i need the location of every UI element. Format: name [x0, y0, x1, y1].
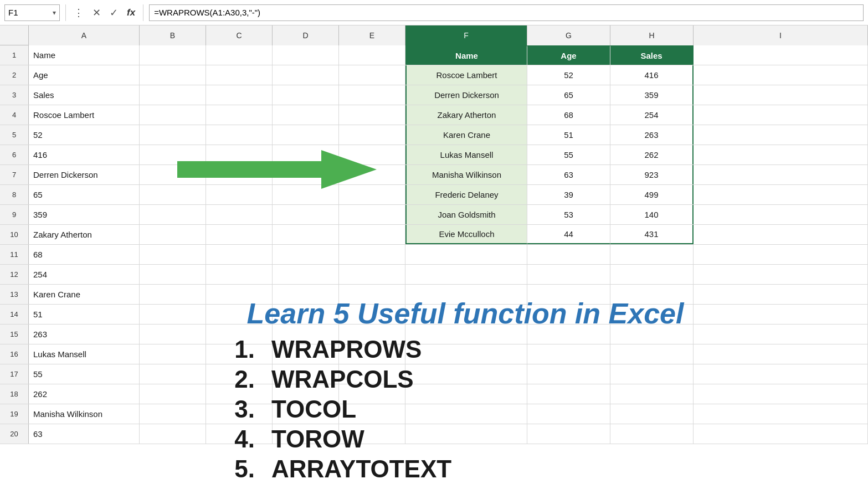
cell-G4[interactable]: 68: [527, 105, 610, 125]
cell-F1[interactable]: Name: [405, 45, 527, 65]
cell-A2[interactable]: Age: [29, 65, 140, 85]
cell-B7[interactable]: [140, 165, 206, 184]
cell-G20[interactable]: [527, 424, 610, 444]
col-header-G[interactable]: G: [527, 25, 610, 45]
cell-E16[interactable]: [339, 344, 405, 364]
cell-I8[interactable]: [694, 185, 868, 204]
cell-A20[interactable]: 63: [29, 424, 140, 444]
cell-F14[interactable]: [405, 305, 527, 324]
cell-C2[interactable]: [206, 65, 273, 85]
cell-C4[interactable]: [206, 105, 273, 125]
cell-A4[interactable]: Roscoe Lambert: [29, 105, 140, 125]
col-header-B[interactable]: B: [140, 25, 206, 45]
cell-F12[interactable]: [405, 265, 527, 284]
cell-B15[interactable]: [140, 325, 206, 344]
grid-row[interactable]: 19Manisha Wilkinson: [0, 404, 868, 424]
cell-F19[interactable]: [405, 404, 527, 424]
cell-D5[interactable]: [273, 125, 339, 145]
cell-E13[interactable]: [339, 285, 405, 304]
cell-E17[interactable]: [339, 364, 405, 384]
cell-B11[interactable]: [140, 245, 206, 264]
grid-row[interactable]: 3SalesDerren Dickerson65359: [0, 85, 868, 105]
grid-row[interactable]: 1755: [0, 364, 868, 384]
cell-G2[interactable]: 52: [527, 65, 610, 85]
cell-A10[interactable]: Zakary Atherton: [29, 225, 140, 244]
cell-C8[interactable]: [206, 185, 273, 204]
cell-B16[interactable]: [140, 344, 206, 364]
grid-row[interactable]: 865Frederic Delaney39499: [0, 185, 868, 205]
grid-row[interactable]: 18262: [0, 384, 868, 404]
cell-H19[interactable]: [610, 404, 694, 424]
cell-F5[interactable]: Karen Crane: [405, 125, 527, 145]
cell-C18[interactable]: [206, 384, 273, 404]
cell-A1[interactable]: Name: [29, 45, 140, 65]
cell-G18[interactable]: [527, 384, 610, 404]
cell-C15[interactable]: [206, 325, 273, 344]
cell-B13[interactable]: [140, 285, 206, 304]
cell-E12[interactable]: [339, 265, 405, 284]
cell-H20[interactable]: [610, 424, 694, 444]
cell-I15[interactable]: [694, 325, 868, 344]
cell-A7[interactable]: Derren Dickerson: [29, 165, 140, 184]
cell-A13[interactable]: Karen Crane: [29, 285, 140, 304]
menu-icon[interactable]: ⋮: [71, 6, 86, 20]
grid-row[interactable]: 12254: [0, 265, 868, 285]
cancel-icon[interactable]: ✕: [90, 6, 103, 20]
cell-F10[interactable]: Evie Mcculloch: [405, 225, 527, 244]
cell-B20[interactable]: [140, 424, 206, 444]
cell-H1[interactable]: Sales: [610, 45, 694, 65]
grid-row[interactable]: 7Derren DickersonManisha Wilkinson63923: [0, 165, 868, 185]
grid-row[interactable]: 552Karen Crane51263: [0, 125, 868, 145]
grid-row[interactable]: 6416Lukas Mansell55262: [0, 145, 868, 165]
cell-I16[interactable]: [694, 344, 868, 364]
cell-D3[interactable]: [273, 85, 339, 105]
cell-D15[interactable]: [273, 325, 339, 344]
cell-H17[interactable]: [610, 364, 694, 384]
cell-G12[interactable]: [527, 265, 610, 284]
cell-D10[interactable]: [273, 225, 339, 244]
cell-E6[interactable]: [339, 145, 405, 164]
cell-F15[interactable]: [405, 325, 527, 344]
cell-C19[interactable]: [206, 404, 273, 424]
cell-E1[interactable]: [339, 45, 405, 65]
grid-row[interactable]: 13Karen Crane: [0, 285, 868, 305]
cell-C13[interactable]: [206, 285, 273, 304]
cell-D20[interactable]: [273, 424, 339, 444]
cell-H6[interactable]: 262: [610, 145, 694, 164]
cell-B1[interactable]: [140, 45, 206, 65]
cell-B3[interactable]: [140, 85, 206, 105]
cell-B5[interactable]: [140, 125, 206, 145]
cell-F16[interactable]: [405, 344, 527, 364]
cell-D8[interactable]: [273, 185, 339, 204]
cell-G5[interactable]: 51: [527, 125, 610, 145]
cell-G9[interactable]: 53: [527, 205, 610, 224]
cell-C11[interactable]: [206, 245, 273, 264]
cell-F20[interactable]: [405, 424, 527, 444]
cell-F3[interactable]: Derren Dickerson: [405, 85, 527, 105]
cell-C3[interactable]: [206, 85, 273, 105]
grid-row[interactable]: 1NameNameAgeSales: [0, 45, 868, 65]
formula-input[interactable]: [149, 4, 864, 21]
grid-row[interactable]: 1168: [0, 245, 868, 265]
cell-E18[interactable]: [339, 384, 405, 404]
cell-B9[interactable]: [140, 205, 206, 224]
cell-B19[interactable]: [140, 404, 206, 424]
cell-I6[interactable]: [694, 145, 868, 164]
cell-F11[interactable]: [405, 245, 527, 264]
cell-G14[interactable]: [527, 305, 610, 324]
cell-I12[interactable]: [694, 265, 868, 284]
grid-row[interactable]: 1451: [0, 305, 868, 325]
cell-E3[interactable]: [339, 85, 405, 105]
cell-C20[interactable]: [206, 424, 273, 444]
cell-H9[interactable]: 140: [610, 205, 694, 224]
cell-A6[interactable]: 416: [29, 145, 140, 164]
cell-I17[interactable]: [694, 364, 868, 384]
cell-G10[interactable]: 44: [527, 225, 610, 244]
cell-A8[interactable]: 65: [29, 185, 140, 204]
cell-E19[interactable]: [339, 404, 405, 424]
fx-icon[interactable]: fx: [125, 6, 137, 19]
cell-F4[interactable]: Zakary Atherton: [405, 105, 527, 125]
cell-F13[interactable]: [405, 285, 527, 304]
cell-D4[interactable]: [273, 105, 339, 125]
cell-B18[interactable]: [140, 384, 206, 404]
